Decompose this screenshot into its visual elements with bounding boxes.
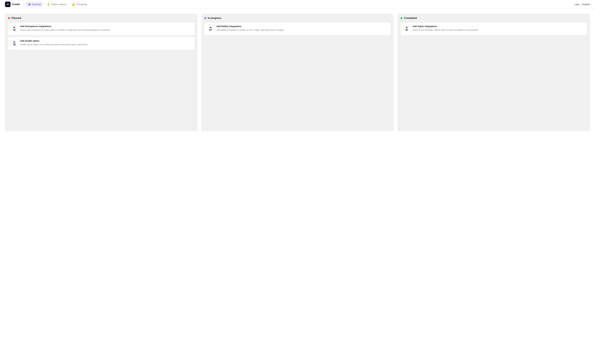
feature-request-icon: 💡	[47, 3, 50, 6]
card-activepieces: 12 Add Activepieces integrations Please …	[8, 23, 194, 35]
logo-icon: ✦	[5, 1, 11, 7]
changelog-icon: 🔔	[72, 3, 75, 6]
nav-label-changelog: Changelog	[76, 3, 87, 6]
vote-box-zapier[interactable]: 47	[403, 25, 411, 33]
in-progress-title: In progress	[208, 17, 221, 20]
in-progress-dot	[204, 17, 206, 19]
nav-label-roadmap: Roadmap	[32, 3, 41, 6]
card-double-option-content: Add double option Double option allows u…	[20, 40, 192, 46]
nav-link-feature-request[interactable]: 💡 Feature request	[45, 1, 69, 7]
vote-box-activepieces[interactable]: 12	[11, 25, 18, 33]
card-activepieces-content: Add Activepieces integrations Please add…	[20, 25, 192, 32]
nav-label-feature-request: Feature request	[51, 3, 66, 6]
vote-count-double-option: 19	[13, 43, 16, 46]
vote-arrow-activepieces	[13, 27, 15, 28]
planned-dot	[8, 17, 10, 19]
completed-dot	[401, 17, 402, 19]
card-activepieces-title: Add Activepieces integrations	[20, 25, 192, 27]
column-in-progress-header: In progress	[204, 17, 391, 20]
card-pabbly-title: Add Pabbly integrations	[216, 25, 388, 27]
card-activepieces-desc: Please add connection for Active pieces …	[20, 28, 192, 32]
logo-text: Cradel	[12, 3, 20, 6]
vote-box-double-option[interactable]: 19	[11, 40, 18, 47]
card-pabbly-desc: Add pabbly connection to enable us use a…	[216, 28, 388, 32]
main-content: Planned 12 Add Activepieces integrations…	[0, 9, 595, 136]
column-completed-header: Completed	[401, 17, 587, 20]
register-button[interactable]: Register	[582, 2, 590, 7]
vote-box-pabbly[interactable]: 47	[207, 25, 214, 33]
header-actions: Login Register	[574, 2, 590, 7]
card-double-option-desc: Double option allows us to confirm list …	[20, 43, 192, 46]
logo-symbol: ✦	[7, 3, 9, 6]
column-planned-header: Planned	[8, 17, 194, 20]
vote-arrow-pabbly	[209, 27, 212, 28]
card-double-option-title: Add double option	[20, 40, 192, 42]
vote-count-activepieces: 12	[13, 29, 16, 31]
card-zapier-title: Add Zapier integrations	[413, 25, 584, 27]
header: ✦ Cradel ▦ Roadmap 💡 Feature request 🔔 C…	[0, 0, 595, 9]
card-zapier-desc: Zapier is just inevitable. Please add it…	[413, 28, 584, 32]
vote-count-pabbly: 47	[209, 29, 212, 31]
login-button[interactable]: Login	[574, 2, 580, 7]
card-pabbly: 47 Add Pabbly integrations Add pabbly co…	[204, 23, 391, 35]
completed-title: Completed	[404, 17, 417, 20]
logo-area: ✦ Cradel	[5, 1, 20, 7]
column-planned: Planned 12 Add Activepieces integrations…	[5, 14, 198, 131]
nav-links: ▦ Roadmap 💡 Feature request 🔔 Changelog	[26, 1, 569, 7]
planned-title: Planned	[11, 17, 21, 20]
nav-link-roadmap[interactable]: ▦ Roadmap	[26, 1, 43, 7]
card-pabbly-content: Add Pabbly integrations Add pabbly conne…	[216, 25, 388, 32]
roadmap-icon: ▦	[28, 3, 30, 6]
column-in-progress: In progress 47 Add Pabbly integrations A…	[201, 14, 394, 131]
card-zapier: 47 Add Zapier integrations Zapier is jus…	[401, 23, 587, 35]
column-completed: Completed 47 Add Zapier integrations Zap…	[397, 14, 590, 131]
vote-arrow-zapier	[405, 27, 408, 28]
vote-arrow-double-option	[13, 41, 15, 42]
card-zapier-content: Add Zapier integrations Zapier is just i…	[413, 25, 584, 32]
card-double-option: 19 Add double option Double option allow…	[8, 37, 194, 50]
vote-count-zapier: 47	[405, 29, 408, 31]
nav-link-changelog[interactable]: 🔔 Changelog	[70, 1, 89, 7]
